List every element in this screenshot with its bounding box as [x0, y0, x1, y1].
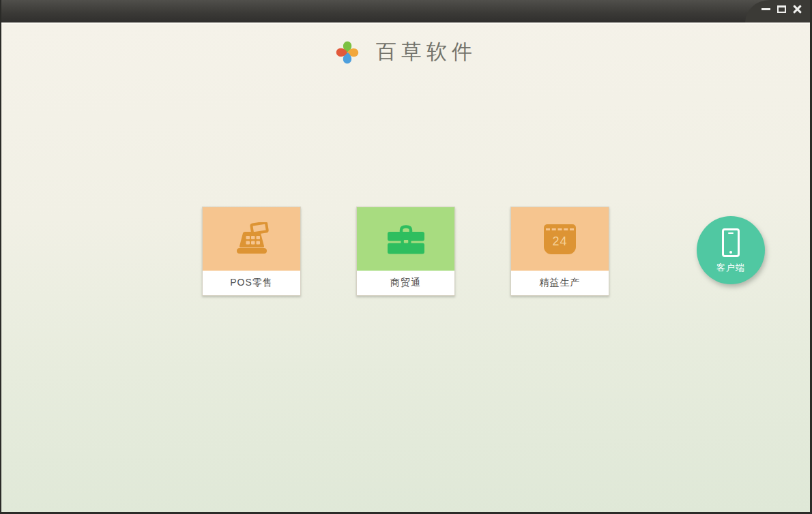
card-lean-production[interactable]: 24 精益生产 [510, 207, 609, 296]
pos-retail-label: POS零售 [203, 271, 300, 295]
calendar-icon: 24 [544, 224, 576, 254]
lean-production-label: 精益生产 [511, 271, 609, 295]
trade-label: 商贸通 [357, 271, 454, 295]
app-window: 百草软件 [0, 0, 812, 514]
close-button[interactable] [791, 3, 803, 14]
app-title: 百草软件 [376, 38, 477, 66]
card-pos-retail[interactable]: POS零售 [202, 207, 301, 296]
minimize-icon [762, 8, 770, 10]
app-brand: 百草软件 [1, 38, 810, 66]
briefcase-icon [386, 224, 426, 255]
product-launcher-row: POS零售 商贸通 24 [1, 207, 810, 296]
cash-register-icon [231, 222, 272, 256]
pinwheel-logo-icon [334, 40, 360, 65]
main-content: 百草软件 [1, 22, 810, 512]
client-button[interactable]: 客户端 [697, 216, 765, 284]
maximize-button[interactable] [775, 3, 787, 14]
close-icon [793, 5, 802, 14]
title-bar[interactable] [1, 0, 810, 22]
window-controls [745, 0, 810, 22]
lean-production-tile: 24 [511, 207, 609, 271]
calendar-number: 24 [552, 235, 567, 249]
client-label: 客户端 [716, 262, 745, 274]
card-trade[interactable]: 商贸通 [356, 207, 455, 296]
pos-retail-tile [203, 207, 300, 271]
trade-tile [357, 207, 454, 271]
calendar-binding [546, 228, 574, 230]
maximize-icon [777, 5, 786, 13]
smartphone-icon [722, 228, 740, 257]
minimize-button[interactable] [759, 3, 772, 14]
